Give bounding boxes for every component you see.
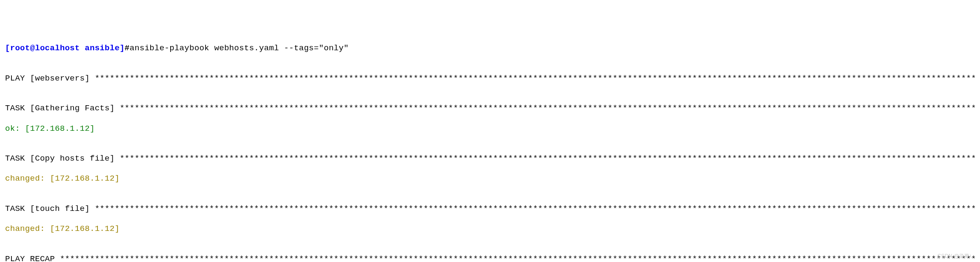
play-label: PLAY [webservers]: [5, 74, 95, 83]
play-stars: ****************************************…: [95, 74, 975, 83]
play-header: PLAY [webservers] **********************…: [5, 74, 975, 84]
prompt-hash: #: [125, 43, 130, 53]
task-result-changed: changed: [172.168.1.12]: [5, 224, 975, 234]
task-label: TASK [touch file]: [5, 204, 95, 213]
recap-label: PLAY RECAP: [5, 254, 60, 262]
task-result-changed: changed: [172.168.1.12]: [5, 174, 975, 184]
play-recap-header: PLAY RECAP *****************************…: [5, 254, 975, 262]
prompt-line-1[interactable]: [root@localhost ansible]#ansible-playboo…: [5, 43, 975, 54]
task-stars: ****************************************…: [120, 154, 975, 163]
watermark: CSDN @染夢い: [937, 253, 975, 259]
task-gathering-facts: TASK [Gathering Facts] *****************…: [5, 104, 975, 114]
ok-result: ok: [172.168.1.12]: [5, 124, 95, 133]
changed-result: changed: [172.168.1.12]: [5, 224, 120, 233]
task-stars: ****************************************…: [120, 104, 975, 113]
recap-stars: ****************************************…: [60, 254, 975, 262]
task-touch-file: TASK [touch file] **********************…: [5, 204, 975, 214]
changed-result: changed: [172.168.1.12]: [5, 174, 120, 183]
task-result-ok: ok: [172.168.1.12]: [5, 124, 975, 134]
task-copy-hosts: TASK [Copy hosts file] *****************…: [5, 154, 975, 164]
task-stars: ****************************************…: [95, 204, 975, 213]
command-text: ansible-playbook webhosts.yaml --tags="o…: [130, 43, 349, 53]
prompt-user-host: [root@localhost ansible]: [5, 43, 125, 53]
task-label: TASK [Copy hosts file]: [5, 154, 120, 163]
task-label: TASK [Gathering Facts]: [5, 104, 120, 113]
